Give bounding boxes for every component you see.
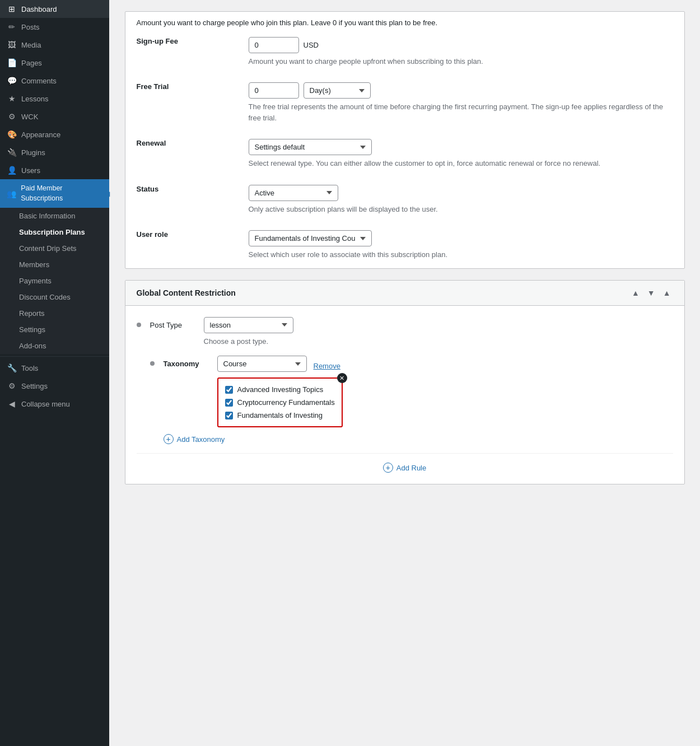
wck-icon: ⚙ xyxy=(7,112,17,121)
plugins-icon: 🔌 xyxy=(7,148,17,157)
submenu-payments[interactable]: Payments xyxy=(0,273,109,289)
section-header: Global Content Restriction ▲ ▼ ▲ xyxy=(125,281,684,306)
checkbox-cryptocurrency: Cryptocurrency Fundamentals xyxy=(225,396,335,409)
basic-info-panel: Amount you want to charge people who joi… xyxy=(125,11,685,269)
renewal-description: Select renewal type. You can either allo… xyxy=(249,158,673,169)
checkbox-advanced-investing-input[interactable] xyxy=(225,386,233,394)
taxonomy-row: Taxonomy Course Category Tag Remove xyxy=(150,356,673,427)
sidebar-item-paid-member[interactable]: 👥 Paid Member Subscriptions ◀ xyxy=(0,179,109,208)
add-taxonomy-button[interactable]: + Add Taxonomy xyxy=(164,434,225,444)
submenu-subscription-plans[interactable]: Subscription Plans xyxy=(0,224,109,240)
submenu-discount-codes[interactable]: Discount Codes xyxy=(0,289,109,305)
signup-fee-label: Sign-up Fee xyxy=(137,37,178,45)
checkbox-dropdown: Advanced Investing Topics Cryptocurrency… xyxy=(217,377,343,427)
taxonomy-select-row: Course Category Tag Remove xyxy=(217,356,343,372)
checkbox-fundamentals-label: Fundamentals of Investing xyxy=(237,411,323,419)
add-rule-row: + Add Rule xyxy=(137,453,673,473)
paid-member-submenu: Basic Information Subscription Plans Con… xyxy=(0,208,109,354)
checkbox-dropdown-container: Advanced Investing Topics Cryptocurrency… xyxy=(217,377,343,427)
sidebar-item-users[interactable]: 👤 Users xyxy=(0,161,109,179)
sidebar-item-wck[interactable]: ⚙ WCK xyxy=(0,108,109,125)
taxonomy-remove-link[interactable]: Remove xyxy=(314,362,340,370)
signup-fee-row: Sign-up Fee USD Amount you want to charg… xyxy=(125,29,684,75)
media-icon: 🖼 xyxy=(7,40,17,49)
sidebar-item-appearance[interactable]: 🎨 Appearance xyxy=(0,125,109,143)
add-rule-label: Add Rule xyxy=(396,464,426,472)
sidebar-item-tools[interactable]: 🔧 Tools xyxy=(0,359,109,377)
dashboard-icon: ⊞ xyxy=(7,4,17,13)
pages-icon: 📄 xyxy=(7,58,17,67)
user-role-select[interactable]: Fundamentals of Investing Course Advance… xyxy=(249,230,372,246)
free-trial-row: Free Trial Day(s) Week(s) Month(s) Year(… xyxy=(125,74,684,131)
user-role-label: User role xyxy=(137,230,168,239)
free-trial-description: The free trial represents the amount of … xyxy=(249,101,673,123)
sidebar-item-comments[interactable]: 💬 Comments xyxy=(0,72,109,90)
checkbox-advanced-investing-label: Advanced Investing Topics xyxy=(237,385,324,394)
section-title: Global Content Restriction xyxy=(137,288,236,297)
taxonomy-select[interactable]: Course Category Tag xyxy=(217,356,307,372)
sidebar-item-plugins[interactable]: 🔌 Plugins xyxy=(0,143,109,161)
post-type-label: Post Type xyxy=(150,321,195,329)
checkbox-fundamentals: Fundamentals of Investing xyxy=(225,409,335,422)
free-trial-label: Free Trial xyxy=(137,82,169,91)
add-taxonomy-icon: + xyxy=(164,434,174,444)
status-description: Only active subscription plans will be d… xyxy=(249,204,673,215)
sidebar-item-lessons[interactable]: ★ Lessons xyxy=(0,90,109,108)
submenu-settings[interactable]: Settings xyxy=(0,321,109,338)
sidebar: ⊞ Dashboard ✏ Posts 🖼 Media 📄 Pages 💬 Co… xyxy=(0,0,109,746)
taxonomy-label-text: Taxonomy xyxy=(164,360,208,368)
tools-icon: 🔧 xyxy=(7,363,17,372)
sidebar-item-media[interactable]: 🖼 Media xyxy=(0,36,109,54)
main-content: Amount you want to charge people who joi… xyxy=(109,0,700,746)
top-description: Amount you want to charge people who joi… xyxy=(125,12,684,29)
sidebar-item-posts[interactable]: ✏ Posts xyxy=(0,18,109,36)
signup-fee-description: Amount you want to charge people upfront… xyxy=(249,56,673,67)
user-role-row: User role Fundamentals of Investing Cour… xyxy=(125,222,684,268)
post-type-rule-row: Post Type lesson post page Choose a post… xyxy=(137,317,673,347)
section-controls: ▲ ▼ ▲ xyxy=(629,287,673,299)
checkbox-advanced-investing: Advanced Investing Topics xyxy=(225,383,335,396)
section-down-button[interactable]: ▼ xyxy=(645,287,657,299)
status-row: Status Active Inactive Only active subsc… xyxy=(125,177,684,223)
comments-icon: 💬 xyxy=(7,76,17,85)
form-table: Sign-up Fee USD Amount you want to charg… xyxy=(125,29,684,268)
section-collapse-button[interactable]: ▲ xyxy=(661,287,673,299)
global-content-restriction-panel: Global Content Restriction ▲ ▼ ▲ Post Ty… xyxy=(125,280,685,485)
signup-fee-currency: USD xyxy=(304,41,319,49)
submenu-content-drip-sets[interactable]: Content Drip Sets xyxy=(0,240,109,257)
free-trial-input[interactable] xyxy=(249,82,299,99)
users-icon: 👤 xyxy=(7,166,17,175)
section-up-button[interactable]: ▲ xyxy=(629,287,642,299)
sidebar-item-pages[interactable]: 📄 Pages xyxy=(0,54,109,72)
free-trial-input-group: Day(s) Week(s) Month(s) Year(s) xyxy=(249,82,673,99)
add-rule-button[interactable]: + Add Rule xyxy=(383,463,426,473)
appearance-icon: 🎨 xyxy=(7,130,17,139)
post-type-description: Choose a post type. xyxy=(204,336,673,347)
signup-fee-input-group: USD xyxy=(249,37,673,53)
renewal-row: Renewal Settings default Allow opt-in Fo… xyxy=(125,131,684,177)
sidebar-item-dashboard[interactable]: ⊞ Dashboard xyxy=(0,0,109,18)
post-type-content: lesson post page Choose a post type. xyxy=(204,317,673,347)
submenu-basic-information[interactable]: Basic Information xyxy=(0,208,109,224)
sidebar-item-collapse[interactable]: ◀ Collapse menu xyxy=(0,395,109,413)
paid-member-icon: 👥 xyxy=(7,189,16,198)
renewal-label: Renewal xyxy=(137,139,166,147)
checkbox-cryptocurrency-input[interactable] xyxy=(225,399,233,407)
submenu-members[interactable]: Members xyxy=(0,257,109,273)
user-role-description: Select which user role to associate with… xyxy=(249,249,673,260)
lessons-icon: ★ xyxy=(7,94,17,103)
restriction-body: Post Type lesson post page Choose a post… xyxy=(125,306,684,484)
checkbox-fundamentals-input[interactable] xyxy=(225,412,233,419)
signup-fee-input[interactable] xyxy=(249,37,299,53)
renewal-select[interactable]: Settings default Allow opt-in Force rene… xyxy=(249,139,372,155)
sidebar-item-settings[interactable]: ⚙ Settings xyxy=(0,377,109,395)
submenu-add-ons[interactable]: Add-ons xyxy=(0,338,109,354)
checkbox-close-button[interactable]: ✕ xyxy=(337,373,347,383)
free-trial-unit-select[interactable]: Day(s) Week(s) Month(s) Year(s) xyxy=(304,82,371,99)
submenu-reports[interactable]: Reports xyxy=(0,305,109,321)
post-type-select[interactable]: lesson post page xyxy=(204,317,293,333)
status-select[interactable]: Active Inactive xyxy=(249,185,338,201)
status-label: Status xyxy=(137,185,159,193)
post-type-dot xyxy=(137,323,141,327)
taxonomy-content: Course Category Tag Remove Adv xyxy=(217,356,343,427)
